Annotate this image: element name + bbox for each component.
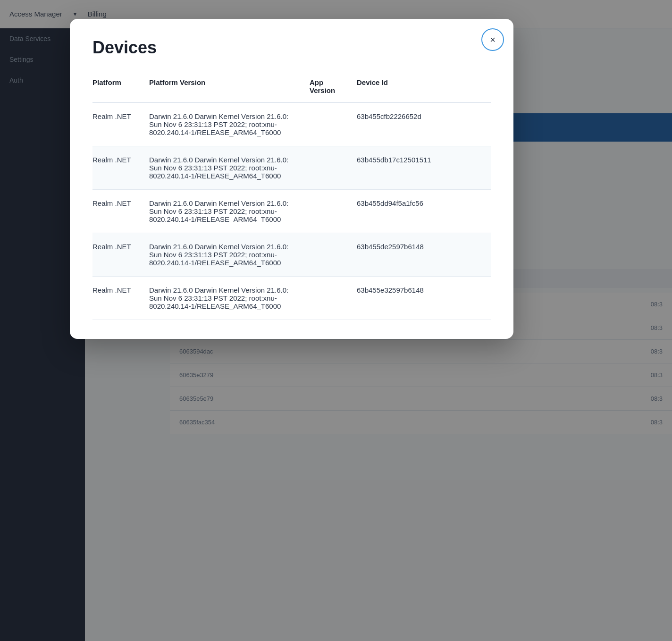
column-header-platform-version: Platform Version (149, 73, 310, 102)
devices-table: Platform Platform Version App Version De… (92, 73, 491, 320)
cell-device-id: 63b455cfb2226652d (357, 102, 491, 146)
cell-platform-version: Darwin 21.6.0 Darwin Kernel Version 21.6… (149, 190, 310, 233)
cell-app-version (310, 190, 357, 233)
column-header-device-id: Device Id (357, 73, 491, 102)
cell-platform: Realm .NET (92, 277, 149, 320)
table-header-row: Platform Platform Version App Version De… (92, 73, 491, 102)
cell-platform: Realm .NET (92, 102, 149, 146)
table-row: Realm .NETDarwin 21.6.0 Darwin Kernel Ve… (92, 146, 491, 190)
table-row: Realm .NETDarwin 21.6.0 Darwin Kernel Ve… (92, 277, 491, 320)
cell-platform: Realm .NET (92, 146, 149, 190)
cell-platform-version: Darwin 21.6.0 Darwin Kernel Version 21.6… (149, 233, 310, 277)
cell-platform-version: Darwin 21.6.0 Darwin Kernel Version 21.6… (149, 146, 310, 190)
cell-device-id: 63b455de2597b6148 (357, 233, 491, 277)
cell-app-version (310, 146, 357, 190)
cell-device-id: 63b455e32597b6148 (357, 277, 491, 320)
cell-app-version (310, 277, 357, 320)
cell-platform: Realm .NET (92, 233, 149, 277)
cell-device-id: 63b455dd94f5a1fc56 (357, 190, 491, 233)
table-row: Realm .NETDarwin 21.6.0 Darwin Kernel Ve… (92, 190, 491, 233)
table-row: Realm .NETDarwin 21.6.0 Darwin Kernel Ve… (92, 102, 491, 146)
cell-app-version (310, 102, 357, 146)
modal-close-button[interactable]: × (481, 28, 504, 51)
close-icon: × (490, 34, 496, 45)
table-row: Realm .NETDarwin 21.6.0 Darwin Kernel Ve… (92, 233, 491, 277)
cell-app-version (310, 233, 357, 277)
column-header-platform: Platform (92, 73, 149, 102)
cell-platform: Realm .NET (92, 190, 149, 233)
cell-device-id: 63b455db17c12501511 (357, 146, 491, 190)
devices-modal: × Devices Platform Platform Version App … (70, 19, 513, 339)
modal-title: Devices (92, 38, 491, 58)
cell-platform-version: Darwin 21.6.0 Darwin Kernel Version 21.6… (149, 102, 310, 146)
cell-platform-version: Darwin 21.6.0 Darwin Kernel Version 21.6… (149, 277, 310, 320)
column-header-app-version: App Version (310, 73, 357, 102)
